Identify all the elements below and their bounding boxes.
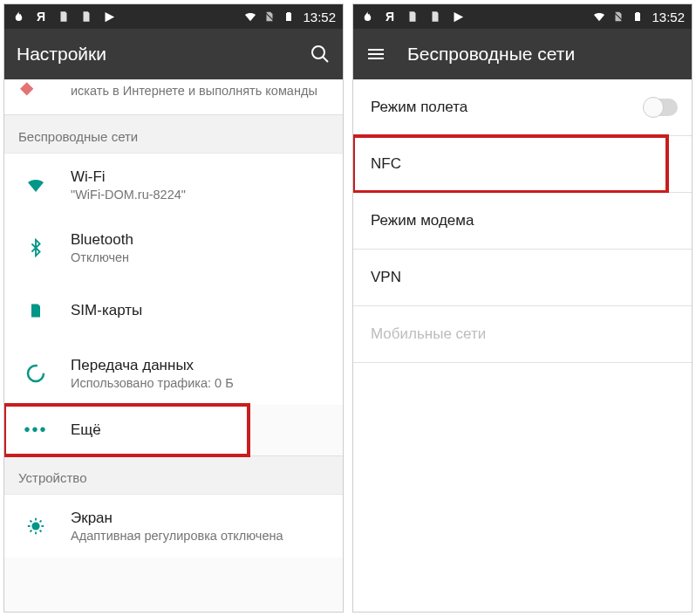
item-title: Экран (71, 510, 329, 527)
item-title: SIM-карты (71, 302, 329, 319)
app-bar: Настройки (4, 29, 343, 79)
item-vpn[interactable]: VPN (353, 250, 692, 305)
flame-icon (11, 10, 25, 24)
settings-item-sim[interactable]: SIM-карты (4, 279, 343, 342)
sim-off-icon (263, 10, 276, 24)
app-bar: Беспроводные сети (353, 29, 692, 79)
item-tethering[interactable]: Режим модема (353, 193, 692, 249)
item-title: NFC (371, 155, 653, 173)
wifi-status-icon (592, 10, 606, 24)
battery-icon (282, 10, 296, 24)
clock: 13:52 (303, 10, 336, 24)
svg-point-2 (31, 522, 39, 530)
yandex-icon: Я (34, 10, 48, 24)
more-icon: ••• (18, 420, 53, 440)
item-title: Передача данных (71, 357, 329, 374)
settings-item-bluetooth[interactable]: Bluetooth Отключен (4, 216, 343, 279)
section-header-device: Устройство (4, 455, 343, 495)
list-item-partial[interactable]: ◆ искать в Интернете и выполнять команды (4, 79, 343, 115)
item-sub: Адаптивная регулировка отключена (71, 529, 329, 543)
settings-item-more[interactable]: ••• Ещё (4, 405, 249, 455)
item-title: Режим полета (371, 99, 627, 116)
svg-point-1 (28, 366, 44, 381)
item-title: Wi-Fi (71, 168, 329, 186)
settings-item-display[interactable]: Экран Адаптивная регулировка отключена (4, 495, 343, 558)
settings-list[interactable]: ◆ искать в Интернете и выполнять команды… (4, 79, 343, 612)
battery-icon (631, 10, 645, 24)
doc-icon-2 (428, 10, 442, 24)
wifi-icon (18, 175, 53, 195)
status-bar: Я 13:52 (4, 4, 343, 29)
item-title: Ещё (71, 421, 235, 439)
section-header-wireless: Беспроводные сети (4, 115, 343, 154)
list-item-sub: искать в Интернете и выполнять команды (71, 84, 317, 98)
item-sub: Использовано трафика: 0 Б (71, 376, 329, 390)
phone-right: Я 13:52 Беспр (352, 3, 693, 613)
display-icon (18, 517, 53, 536)
play-icon (102, 10, 116, 24)
status-bar: Я 13:52 (353, 4, 692, 29)
item-sub: "WiFi-DOM.ru-8224" (71, 188, 329, 202)
phone-left: Я 13:52 Настройки (3, 3, 344, 613)
search-icon[interactable] (310, 44, 331, 65)
doc-icon (406, 10, 420, 24)
divider (353, 362, 692, 363)
bluetooth-icon (18, 238, 53, 257)
data-usage-icon (18, 363, 53, 384)
settings-item-wifi[interactable]: Wi-Fi "WiFi-DOM.ru-8224" (4, 154, 343, 216)
item-airplane-mode[interactable]: Режим полета (353, 79, 692, 135)
doc-icon (57, 10, 71, 24)
item-title: Мобильные сети (371, 325, 678, 343)
pin-icon: ◆ (20, 79, 33, 99)
flame-icon (360, 10, 374, 24)
doc-icon-2 (79, 10, 93, 24)
settings-item-data-usage[interactable]: Передача данных Использовано трафика: 0 … (4, 342, 343, 405)
hamburger-icon[interactable] (365, 44, 386, 65)
item-title: Режим модема (371, 212, 678, 229)
item-nfc[interactable]: NFC (353, 136, 667, 192)
sim-off-icon (611, 10, 625, 24)
clock: 13:52 (652, 10, 685, 24)
item-title: Bluetooth (71, 231, 329, 249)
item-title: VPN (371, 269, 678, 286)
wireless-list[interactable]: Режим полета NFC Режим модема VPN Мобиль… (353, 79, 692, 612)
page-title: Беспроводные сети (407, 44, 679, 65)
svg-point-0 (312, 46, 324, 58)
yandex-icon: Я (383, 10, 397, 24)
airplane-toggle[interactable] (645, 99, 678, 116)
item-sub: Отключен (71, 250, 329, 264)
wifi-status-icon (243, 10, 257, 24)
item-mobile-networks: Мобильные сети (353, 306, 692, 362)
page-title: Настройки (17, 44, 289, 65)
sim-icon (18, 302, 53, 319)
play-icon (451, 10, 465, 24)
